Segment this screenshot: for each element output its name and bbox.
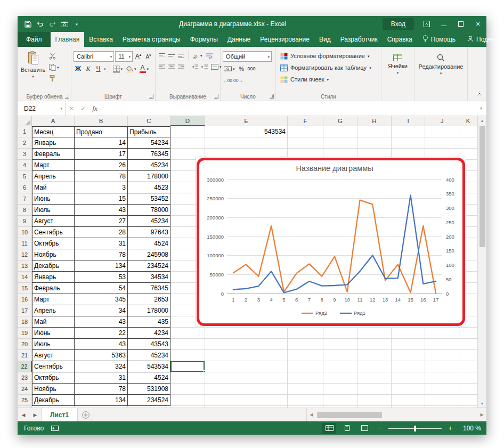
column-header-C[interactable]: C — [128, 116, 170, 126]
scroll-down-icon[interactable]: ▼ — [478, 399, 486, 408]
tab-Формулы[interactable]: Формулы — [185, 32, 223, 47]
cell-C17[interactable]: 178000 — [128, 305, 170, 316]
cell-I21[interactable] — [392, 350, 425, 361]
align-top-icon[interactable] — [158, 51, 166, 60]
underline-button[interactable]: Ч — [94, 64, 103, 74]
cell-K22[interactable] — [459, 361, 477, 372]
cell-E26[interactable] — [205, 406, 288, 408]
camera-icon[interactable] — [59, 18, 70, 30]
row-header-10[interactable]: 10 — [18, 227, 32, 238]
cell-A23[interactable]: Октябрь — [32, 372, 75, 384]
fill-color-button[interactable]: ▾ — [125, 64, 137, 74]
normal-view-icon[interactable] — [322, 423, 336, 434]
row-header-23[interactable]: 23 — [18, 372, 32, 384]
cell-C15[interactable]: 76345 — [128, 283, 170, 294]
cell-A20[interactable]: Июль — [32, 339, 75, 350]
column-header-D[interactable]: D — [170, 116, 205, 126]
cell-B14[interactable]: 53 — [75, 272, 128, 283]
cell-A11[interactable]: Октябрь — [32, 238, 75, 249]
column-header-H[interactable]: H — [357, 116, 392, 126]
cell-B17[interactable]: 34 — [75, 305, 128, 316]
cell-A4[interactable]: Март — [32, 160, 75, 171]
cell-A1[interactable]: Месяц — [32, 126, 75, 137]
row-header-7[interactable]: 7 — [18, 193, 32, 205]
cell-D24[interactable] — [170, 384, 205, 395]
cell-H22[interactable] — [357, 361, 392, 372]
percent-format-button[interactable]: % — [237, 64, 246, 74]
tab-Главная[interactable]: Главная — [51, 32, 85, 47]
cell-I20[interactable] — [392, 339, 425, 350]
horizontal-scrollbar[interactable]: ◀ ▶ — [306, 408, 486, 421]
cell-C6[interactable]: 4523 — [128, 182, 170, 193]
horizontal-scroll-thumb[interactable] — [317, 412, 382, 418]
cell-B6[interactable]: 3 — [75, 182, 128, 193]
cell-A18[interactable]: Май — [32, 316, 75, 328]
cell-A21[interactable]: Август — [32, 350, 75, 361]
cell-A10[interactable]: Сентябрь — [32, 227, 75, 238]
cell-K23[interactable] — [459, 372, 477, 384]
cell-I2[interactable] — [392, 137, 425, 149]
cell-F23[interactable] — [288, 372, 323, 384]
column-header-J[interactable]: J — [425, 116, 459, 126]
cell-F20[interactable] — [288, 339, 323, 350]
row-header-5[interactable]: 5 — [18, 171, 32, 182]
alignment-dialog-launcher-icon[interactable] — [214, 94, 218, 99]
cell-K24[interactable] — [459, 384, 477, 395]
maximize-button[interactable] — [452, 16, 469, 32]
cell-C22[interactable]: 543534 — [128, 361, 170, 372]
row-header-12[interactable]: 12 — [18, 249, 32, 260]
tab-Вставка[interactable]: Вставка — [84, 32, 118, 47]
cell-K25[interactable] — [459, 395, 477, 406]
tell-me-help[interactable]: Помощь — [417, 32, 461, 47]
cell-G1[interactable] — [323, 126, 357, 137]
cell-B18[interactable]: 43 — [75, 316, 128, 328]
cell-styles-button[interactable]: Стили ячеек ▾ — [278, 74, 379, 85]
column-header-A[interactable]: A — [32, 116, 75, 126]
column-header-I[interactable]: I — [392, 116, 425, 126]
font-name-select[interactable]: Calibri▾ — [74, 51, 114, 62]
cell-A12[interactable]: Ноябрь — [32, 249, 75, 260]
row-header-16[interactable]: 16 — [18, 294, 32, 305]
cell-C10[interactable]: 97643 — [128, 227, 170, 238]
row-header-24[interactable]: 24 — [18, 384, 32, 395]
cell-A16[interactable]: Март — [32, 294, 75, 305]
sign-in-button[interactable]: Вход — [383, 18, 414, 30]
zoom-in-button[interactable]: + — [445, 424, 455, 432]
format-as-table-button[interactable]: Форматировать как таблицу ▾ — [278, 62, 379, 73]
grow-font-button[interactable]: А▴ — [134, 52, 143, 61]
scroll-right-icon[interactable]: ▶ — [477, 408, 486, 421]
cell-I24[interactable] — [392, 384, 425, 395]
cell-B21[interactable]: 5363 — [75, 350, 128, 361]
cell-C25[interactable]: 234524 — [128, 395, 170, 406]
row-header-15[interactable]: 15 — [18, 283, 32, 294]
select-all-corner[interactable] — [18, 116, 32, 126]
tab-Разметка страницы[interactable]: Разметка страницы — [118, 32, 185, 47]
cell-A7[interactable]: Июнь — [32, 193, 75, 205]
cell-B25[interactable]: 134 — [75, 395, 128, 406]
cell-B11[interactable]: 31 — [75, 238, 128, 249]
name-box-dropdown-icon[interactable]: ▾ — [60, 107, 62, 110]
cut-button[interactable] — [48, 52, 60, 61]
cell-J2[interactable] — [425, 137, 459, 149]
cell-C11[interactable]: 4524 — [128, 238, 170, 249]
cell-B5[interactable]: 78 — [75, 171, 128, 182]
minimize-button[interactable] — [435, 16, 452, 32]
comma-format-button[interactable]: 000 — [247, 64, 256, 74]
increase-decimal-button[interactable]: ←00 — [223, 76, 232, 85]
cell-G26[interactable] — [323, 406, 357, 408]
cell-I1[interactable] — [392, 126, 425, 137]
cell-C20[interactable]: 43543 — [128, 339, 170, 350]
cell-K26[interactable] — [459, 406, 477, 408]
scroll-left-icon[interactable]: ◀ — [307, 408, 316, 421]
cell-E23[interactable] — [205, 372, 288, 384]
cell-E22[interactable] — [205, 361, 288, 372]
cell-K20[interactable] — [459, 339, 477, 350]
cell-A17[interactable]: Апрель — [32, 305, 75, 316]
borders-button[interactable]: ▾ — [112, 64, 124, 74]
cell-G23[interactable] — [323, 372, 357, 384]
cell-K1[interactable] — [459, 126, 477, 137]
cell-D25[interactable] — [170, 395, 205, 406]
fill-handle[interactable] — [203, 370, 206, 373]
cell-B13[interactable]: 134 — [75, 260, 128, 272]
cell-I22[interactable] — [392, 361, 425, 372]
